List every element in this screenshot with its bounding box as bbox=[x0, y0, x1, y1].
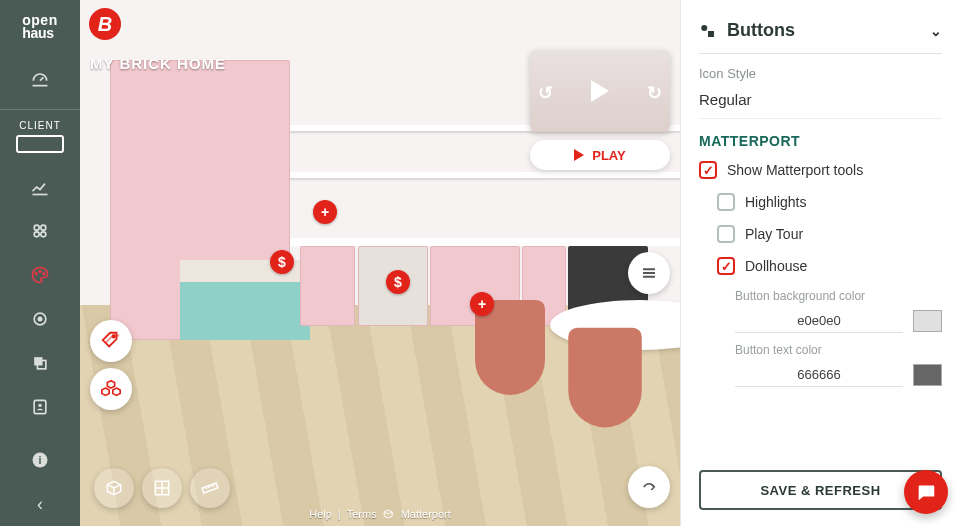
hotspot-price[interactable]: $ bbox=[386, 270, 410, 294]
checkbox-icon[interactable] bbox=[717, 257, 735, 275]
tour-viewer[interactable]: B MY BRICK HOME + $ $ + ↺ ↻ PLAY bbox=[80, 0, 680, 526]
svg-rect-16 bbox=[202, 483, 218, 493]
play-button[interactable]: PLAY bbox=[530, 140, 670, 170]
info-icon: i bbox=[30, 450, 50, 470]
box-icon bbox=[104, 478, 124, 498]
bg-color-input[interactable] bbox=[735, 309, 903, 333]
nav-dashboard[interactable] bbox=[0, 57, 80, 101]
svg-point-17 bbox=[701, 25, 707, 31]
tags-toggle[interactable] bbox=[90, 320, 132, 362]
chat-widget[interactable] bbox=[904, 470, 948, 514]
client-selector[interactable] bbox=[16, 135, 64, 153]
provider-link[interactable]: Matterport bbox=[401, 508, 451, 520]
nav-info[interactable]: i bbox=[0, 438, 80, 482]
svg-point-0 bbox=[34, 225, 39, 230]
share-icon bbox=[640, 478, 658, 496]
svg-point-2 bbox=[34, 232, 39, 237]
products-toggle[interactable] bbox=[90, 368, 132, 410]
chat-icon bbox=[915, 481, 937, 503]
matterport-icon bbox=[383, 508, 395, 520]
hamburger-icon bbox=[640, 264, 658, 282]
nav-contacts[interactable] bbox=[0, 385, 80, 429]
nav-modules[interactable] bbox=[0, 209, 80, 253]
chevron-left-icon: ‹ bbox=[37, 495, 43, 513]
app-logo: open haus bbox=[22, 14, 57, 39]
ruler-icon bbox=[200, 478, 220, 498]
circle-dot-icon bbox=[30, 309, 50, 329]
sidebar: open haus CLIENT i ‹ bbox=[0, 0, 80, 526]
play-icon bbox=[591, 80, 609, 102]
terms-link[interactable]: Terms bbox=[347, 508, 377, 520]
viewer-tools bbox=[94, 468, 230, 508]
chart-line-icon bbox=[30, 177, 50, 197]
svg-point-12 bbox=[38, 404, 41, 407]
contact-icon bbox=[30, 397, 50, 417]
section-header-buttons[interactable]: Buttons ⌄ bbox=[699, 14, 942, 54]
tag-icon bbox=[100, 330, 122, 352]
text-color-input[interactable] bbox=[735, 363, 903, 387]
text-color-swatch[interactable] bbox=[913, 364, 942, 386]
forward-icon[interactable]: ↻ bbox=[647, 82, 662, 104]
help-link[interactable]: Help bbox=[309, 508, 332, 520]
nav-analytics[interactable] bbox=[0, 165, 80, 209]
checkbox-icon[interactable] bbox=[717, 225, 735, 243]
blocks-icon bbox=[30, 221, 50, 241]
bg-color-label: Button background color bbox=[735, 289, 942, 303]
svg-point-1 bbox=[41, 225, 46, 230]
svg-rect-18 bbox=[708, 31, 714, 37]
measure-tool[interactable] bbox=[190, 468, 230, 508]
menu-button[interactable] bbox=[628, 252, 670, 294]
layers-icon bbox=[30, 353, 50, 373]
dollhouse-tool[interactable] bbox=[94, 468, 134, 508]
icon-style-label: Icon Style bbox=[699, 66, 942, 81]
text-color-label: Button text color bbox=[735, 343, 942, 357]
nav-appearance[interactable] bbox=[0, 253, 80, 297]
nav-record[interactable] bbox=[0, 297, 80, 341]
brand-badge: B bbox=[89, 8, 121, 40]
chevron-down-icon: ⌄ bbox=[930, 23, 942, 39]
bg-color-swatch[interactable] bbox=[913, 310, 942, 332]
cubes-icon bbox=[100, 378, 122, 400]
icon-style-select[interactable]: Regular bbox=[699, 87, 942, 119]
svg-point-8 bbox=[38, 317, 43, 322]
checkbox-icon[interactable] bbox=[699, 161, 717, 179]
svg-point-3 bbox=[41, 232, 46, 237]
check-play-tour[interactable]: Play Tour bbox=[717, 225, 942, 243]
project-title: MY BRICK HOME bbox=[90, 55, 226, 72]
hotspot-price[interactable]: $ bbox=[270, 250, 294, 274]
palette-icon bbox=[30, 265, 50, 285]
hotspot-add[interactable]: + bbox=[313, 200, 337, 224]
svg-point-5 bbox=[39, 271, 41, 273]
client-label: CLIENT bbox=[19, 120, 61, 131]
nav-layers[interactable] bbox=[0, 341, 80, 385]
matterport-heading: MATTERPORT bbox=[699, 133, 942, 149]
floorplan-tool[interactable] bbox=[142, 468, 182, 508]
floorplan-icon bbox=[152, 478, 172, 498]
svg-point-4 bbox=[35, 273, 37, 275]
settings-panel: Buttons ⌄ Icon Style Regular MATTERPORT … bbox=[680, 0, 960, 526]
svg-text:i: i bbox=[38, 454, 41, 466]
check-show-tools[interactable]: Show Matterport tools bbox=[699, 161, 942, 179]
rewind-icon[interactable]: ↺ bbox=[538, 82, 553, 104]
shapes-icon bbox=[699, 22, 717, 40]
gauge-icon bbox=[30, 69, 50, 89]
nav-back[interactable]: ‹ bbox=[0, 482, 80, 526]
share-button[interactable] bbox=[628, 466, 670, 508]
svg-point-6 bbox=[43, 273, 45, 275]
check-dollhouse[interactable]: Dollhouse bbox=[717, 257, 942, 275]
hotspot-add[interactable]: + bbox=[470, 292, 494, 316]
checkbox-icon[interactable] bbox=[717, 193, 735, 211]
check-highlights[interactable]: Highlights bbox=[717, 193, 942, 211]
minimap-preview[interactable]: ↺ ↻ bbox=[530, 50, 670, 132]
viewer-footer: Help | Terms Matterport bbox=[309, 508, 451, 520]
